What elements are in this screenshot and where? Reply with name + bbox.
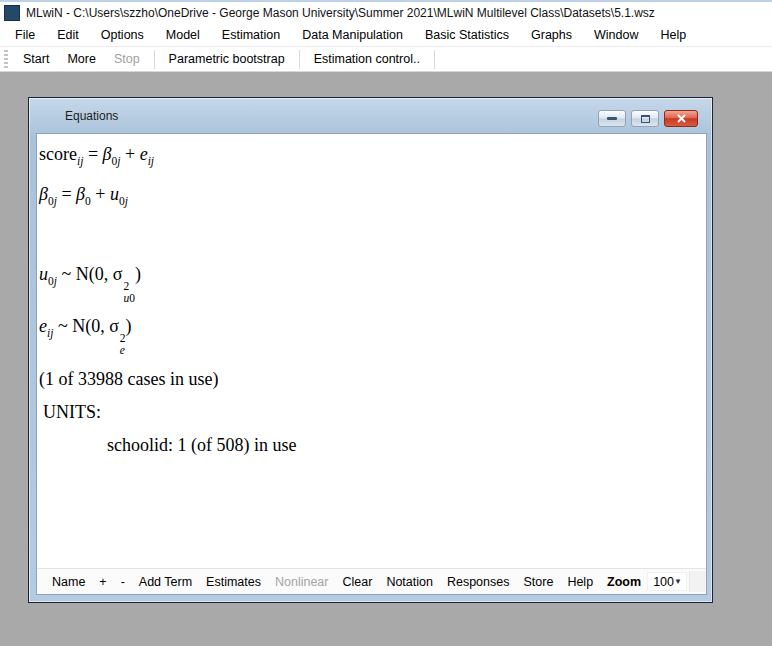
eq-toolbar-button-plus[interactable]: + [92, 572, 113, 592]
sigma-squared-stack: 2e [120, 333, 126, 356]
app-title-bar[interactable]: MLwiN - C:\Users\szzho\OneDrive - George… [0, 0, 772, 24]
equations-window[interactable]: Equations scoreij = β0j + eijβ0j = β0 + … [28, 97, 713, 603]
close-icon [677, 114, 686, 123]
zoom-value: 100 [653, 575, 674, 589]
level2-equation[interactable]: β0j = β0 + u0j [39, 183, 702, 212]
menu-data-manipulation[interactable]: Data Manipulation [291, 25, 414, 45]
menu-file[interactable]: File [4, 25, 46, 45]
menu-bar: FileEditOptionsModelEstimationData Manip… [0, 24, 772, 47]
window-controls [598, 110, 698, 127]
toolbar-button-more[interactable]: More [58, 49, 104, 69]
toolbar-button-parametric-bootstrap[interactable]: Parametric bootstrap [160, 49, 294, 69]
toolbar-button-start[interactable]: Start [14, 49, 58, 69]
u-distribution[interactable]: u0j ~ N(0, σ2u0) [39, 263, 702, 304]
equations-bottom-toolbar: Name+-Add TermEstimatesNonlinearClearNot… [37, 568, 706, 594]
toolbar-separator [299, 50, 300, 69]
estimation-toolbar: StartMoreStopParametric bootstrapEstimat… [0, 47, 772, 72]
maximize-icon [641, 115, 650, 123]
units-schoolid: schoolid: 1 (of 508) in use [39, 434, 702, 456]
e-distribution[interactable]: eij ~ N(0, σ2e) [39, 315, 702, 356]
eq-toolbar-button-clear[interactable]: Clear [336, 572, 380, 592]
toolbar-button-stop: Stop [105, 49, 149, 69]
equations-content: scoreij = β0j + eijβ0j = β0 + u0ju0j ~ N… [36, 133, 707, 595]
cases-in-use: (1 of 33988 cases in use) [39, 368, 702, 390]
mlwin-app-icon [4, 5, 20, 21]
toolbar-separator [154, 50, 155, 69]
menu-window[interactable]: Window [583, 25, 649, 45]
equation-blank-line [39, 223, 702, 252]
mlwin-application: MLwiN - C:\Users\szzho\OneDrive - George… [0, 0, 772, 646]
eq-toolbar-button-name[interactable]: Name [45, 572, 92, 592]
eq-toolbar-button-estimates[interactable]: Estimates [199, 572, 268, 592]
units-header: UNITS: [39, 401, 702, 423]
eq-toolbar-button-help[interactable]: Help [560, 572, 600, 592]
eq-toolbar-button-store[interactable]: Store [516, 572, 560, 592]
toolbar-button-estimation-control[interactable]: Estimation control.. [305, 49, 429, 69]
menu-help[interactable]: Help [650, 25, 698, 45]
app-title: MLwiN - C:\Users\szzho\OneDrive - George… [26, 6, 655, 20]
eq-toolbar-button-nonlinear: Nonlinear [268, 572, 336, 592]
equations-window-title-bar[interactable]: Equations [29, 98, 712, 133]
eq-toolbar-button-notation[interactable]: Notation [379, 572, 440, 592]
mdi-workspace: Equations scoreij = β0j + eijβ0j = β0 + … [0, 72, 772, 646]
equations-window-title: Equations [29, 109, 118, 123]
zoom-label: Zoom [600, 572, 645, 592]
menu-graphs[interactable]: Graphs [520, 25, 583, 45]
toolbar-separator [434, 50, 435, 69]
menu-options[interactable]: Options [90, 25, 155, 45]
eq-toolbar-button-add-term[interactable]: Add Term [132, 572, 199, 592]
equations-area: scoreij = β0j + eijβ0j = β0 + u0ju0j ~ N… [37, 134, 706, 568]
close-button[interactable] [664, 110, 698, 127]
chevron-down-icon: ▼ [674, 577, 682, 586]
menu-basic-statistics[interactable]: Basic Statistics [414, 25, 520, 45]
maximize-button[interactable] [631, 110, 659, 127]
toolbar-grip-handle[interactable] [4, 50, 8, 68]
menu-edit[interactable]: Edit [46, 25, 90, 45]
toolbar-filler [689, 571, 706, 592]
eq-toolbar-button-minus[interactable]: - [114, 572, 132, 592]
menu-model[interactable]: Model [155, 25, 211, 45]
menu-estimation[interactable]: Estimation [211, 25, 291, 45]
eq-toolbar-button-responses[interactable]: Responses [440, 572, 517, 592]
minimize-icon [607, 117, 617, 120]
zoom-combobox[interactable]: 100 ▼ [647, 572, 687, 591]
level1-equation[interactable]: scoreij = β0j + eij [39, 143, 702, 172]
minimize-button[interactable] [598, 110, 626, 127]
sigma-squared-stack: 2u0 [123, 281, 135, 304]
